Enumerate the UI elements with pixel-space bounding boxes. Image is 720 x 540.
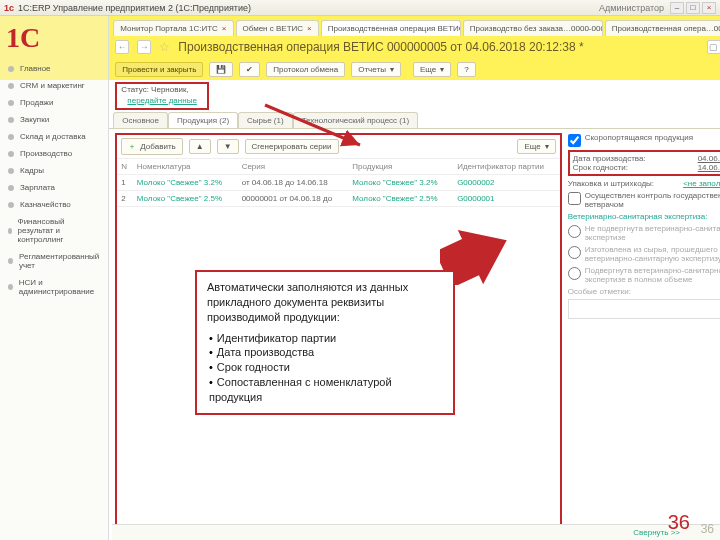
inner-tab-main[interactable]: Основное bbox=[113, 112, 168, 128]
svg-line-0 bbox=[265, 105, 360, 145]
callout-item: Срок годности bbox=[209, 360, 443, 375]
close-icon[interactable]: × bbox=[222, 24, 227, 33]
new-window-button[interactable]: ▢ bbox=[707, 40, 720, 54]
table-row[interactable]: 1 Молоко "Свежее" 3.2% от 04.06.18 до 14… bbox=[117, 175, 559, 191]
sidebar-item-treasury[interactable]: Казначейство bbox=[0, 196, 108, 213]
add-button[interactable]: ＋Добавить bbox=[121, 138, 182, 155]
post-and-close-button[interactable]: Провести и закрыть bbox=[115, 62, 203, 77]
reports-button[interactable]: Отчеты ▾ bbox=[351, 62, 401, 77]
action-toolbar: Провести и закрыть 💾 ✔ Протокол обмена О… bbox=[109, 58, 720, 80]
protocol-button[interactable]: Протокол обмена bbox=[266, 62, 345, 77]
col-id: Идентификатор партии bbox=[453, 159, 560, 175]
maximize-button[interactable]: □ bbox=[686, 2, 700, 14]
slide-number: 36 bbox=[668, 511, 690, 534]
exam-radio-1[interactable]: Не подвергнута ветеринарно-санитарной эк… bbox=[568, 224, 720, 242]
col-n: N bbox=[117, 159, 132, 175]
sidebar: 1C Главное CRM и маркетинг Продажи Закуп… bbox=[0, 16, 109, 540]
sidebar-item-fin[interactable]: Финансовый результат и контроллинг bbox=[0, 213, 108, 248]
packaging-link[interactable]: <не заполнено> bbox=[683, 179, 720, 188]
annotation-callout: Автоматически заполняются из данных прик… bbox=[195, 270, 455, 415]
send-data-link[interactable]: передайте данные bbox=[121, 94, 203, 107]
tab-production-noorder[interactable]: Производство без заказа…0000-000002× bbox=[463, 20, 603, 36]
sidebar-item-nsi[interactable]: НСИ и администрирование bbox=[0, 274, 108, 300]
more-button[interactable]: Еще ▾ bbox=[413, 62, 451, 77]
prod-date-value[interactable]: 04.06.2018 bbox=[698, 154, 720, 163]
tab-monitor[interactable]: Монитор Портала 1С:ИТС× bbox=[113, 20, 233, 36]
sidebar-item-salary[interactable]: Зарплата bbox=[0, 179, 108, 196]
window-title: 1С:ERP Управление предприятием 2 (1С:Пре… bbox=[18, 3, 251, 13]
sidebar-item-purchases[interactable]: Закупки bbox=[0, 111, 108, 128]
app-icon: 1c bbox=[4, 3, 14, 13]
exam-radio-3[interactable]: Подвергнута ветеринарно-санитарной экспе… bbox=[568, 266, 720, 284]
callout-item: Идентификатор партии bbox=[209, 331, 443, 346]
callout-item: Дата производства bbox=[209, 345, 443, 360]
status-label: Статус: bbox=[121, 85, 149, 94]
details-panel: Скоропортящаяся продукция Дата производс… bbox=[568, 133, 720, 536]
status-highlight: Статус: Черновик, передайте данные bbox=[115, 82, 209, 110]
gov-control-checkbox[interactable]: Осуществлен контроль государственным вет… bbox=[568, 191, 720, 209]
sidebar-item-sales[interactable]: Продажи bbox=[0, 94, 108, 111]
exam-radio-2[interactable]: Изготовлена из сырья, прошедшего ветерин… bbox=[568, 245, 720, 263]
minimize-button[interactable]: – bbox=[670, 2, 684, 14]
favorite-icon[interactable]: ☆ bbox=[159, 40, 170, 54]
sidebar-item-main[interactable]: Главное bbox=[0, 60, 108, 77]
back-button[interactable]: ← bbox=[115, 40, 129, 54]
exp-date-value[interactable]: 14.06.2018 bbox=[698, 163, 720, 172]
save-button[interactable]: 💾 bbox=[209, 62, 233, 77]
tab-production-op[interactable]: Производственная опера…000000005× bbox=[605, 20, 720, 36]
col-product: Продукция bbox=[348, 159, 453, 175]
callout-item: Сопоставленная с номенклатурой продукция bbox=[209, 375, 443, 405]
forward-button[interactable]: → bbox=[137, 40, 151, 54]
col-nom: Номенклатура bbox=[133, 159, 238, 175]
logo: 1C bbox=[0, 20, 108, 60]
tab-vetis-exchange[interactable]: Обмен с ВЕТИС× bbox=[236, 20, 319, 36]
inner-tabs: Основное Продукция (2) Сырье (1) Техноло… bbox=[109, 112, 720, 129]
slide-number-grey: 36 bbox=[701, 522, 714, 536]
col-series: Серия bbox=[238, 159, 349, 175]
notes-label: Особые отметки: bbox=[568, 287, 720, 296]
up-button[interactable]: ▲ bbox=[189, 139, 211, 154]
post-button[interactable]: ✔ bbox=[239, 62, 260, 77]
prod-date-label: Дата производства: bbox=[573, 154, 646, 163]
products-table[interactable]: N Номенклатура Серия Продукция Идентифик… bbox=[117, 159, 559, 207]
packaging-label: Упаковка и штрихкоды: bbox=[568, 179, 654, 188]
table-row[interactable]: 2 Молоко "Свежее" 2.5% 00000001 от 04.06… bbox=[117, 191, 559, 207]
vet-exam-header: Ветеринарно-санитарная экспертиза: bbox=[568, 212, 720, 221]
status-value: Черновик, bbox=[151, 85, 189, 94]
notes-textarea[interactable] bbox=[568, 299, 720, 319]
user-label: Администратор bbox=[599, 3, 664, 13]
dates-highlight: Дата производства:04.06.2018 Срок годнос… bbox=[568, 150, 720, 176]
sidebar-item-warehouse[interactable]: Склад и доставка bbox=[0, 128, 108, 145]
close-icon[interactable]: × bbox=[307, 24, 312, 33]
sidebar-item-production[interactable]: Производство bbox=[0, 145, 108, 162]
document-tabs: Монитор Портала 1С:ИТС× Обмен с ВЕТИС× П… bbox=[109, 16, 720, 36]
table-more-button[interactable]: Еще ▾ bbox=[517, 139, 555, 154]
document-title: Производственная операция ВЕТИС 00000000… bbox=[178, 40, 583, 54]
down-button[interactable]: ▼ bbox=[217, 139, 239, 154]
sidebar-item-hr[interactable]: Кадры bbox=[0, 162, 108, 179]
help-button[interactable]: ? bbox=[457, 62, 475, 77]
status-row: Статус: Черновик, передайте данные bbox=[109, 80, 720, 112]
footer: Свернуть >> bbox=[112, 524, 720, 540]
exp-date-label: Срок годности: bbox=[573, 163, 628, 172]
callout-lead: Автоматически заполняются из данных прик… bbox=[207, 280, 443, 325]
arrow-annotation bbox=[260, 100, 380, 160]
inner-tab-products[interactable]: Продукция (2) bbox=[168, 112, 238, 128]
close-button[interactable]: × bbox=[702, 2, 716, 14]
sidebar-item-accounting[interactable]: Регламентированный учет bbox=[0, 248, 108, 274]
sidebar-item-crm[interactable]: CRM и маркетинг bbox=[0, 77, 108, 94]
doc-toolbar: ← → ☆ Производственная операция ВЕТИС 00… bbox=[109, 36, 720, 58]
perishable-checkbox[interactable]: Скоропортящаяся продукция bbox=[568, 133, 720, 147]
window-titlebar: 1c 1С:ERP Управление предприятием 2 (1С:… bbox=[0, 0, 720, 16]
tab-vetis-operation[interactable]: Производственная операция ВЕТИС× bbox=[321, 20, 461, 36]
